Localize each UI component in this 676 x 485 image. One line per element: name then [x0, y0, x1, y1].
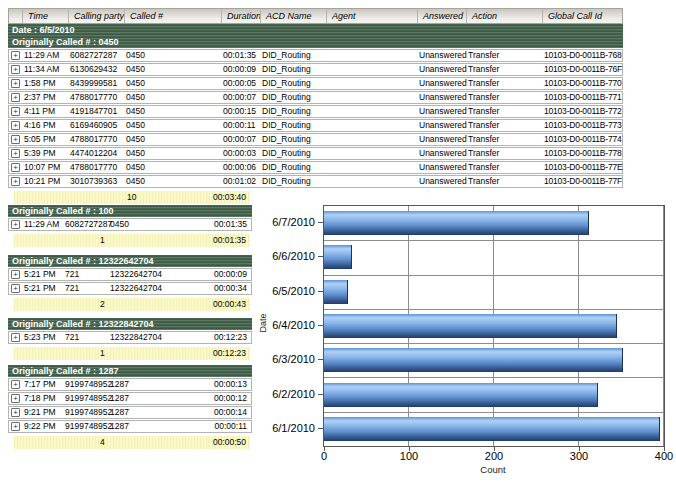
expand-icon[interactable]: +	[11, 333, 20, 342]
cell-answered: Unanswered	[417, 176, 466, 187]
bar	[324, 245, 352, 269]
expand-icon[interactable]: +	[11, 93, 20, 102]
expand-icon[interactable]: +	[11, 65, 20, 74]
bar	[324, 280, 348, 304]
y-axis-tick-label: 6/1/2010	[255, 422, 315, 434]
cell-duration: 00:00:12	[178, 393, 251, 404]
y-axis-tick-label: 6/5/2010	[255, 285, 315, 297]
cell-agent	[326, 106, 417, 117]
cell-duration: 00:00:03	[221, 148, 260, 159]
expand-icon[interactable]: +	[11, 220, 20, 229]
expand-icon[interactable]: +	[11, 422, 20, 431]
cell-time: 5:05 PM	[22, 134, 68, 145]
expand-icon[interactable]: +	[11, 163, 20, 172]
expand-icon[interactable]: +	[11, 135, 20, 144]
x-axis-tick	[324, 447, 325, 451]
cell-action: Transfer	[466, 64, 542, 75]
col-header-agent[interactable]: Agent	[326, 9, 417, 23]
col-header-answered[interactable]: Answered	[417, 9, 466, 23]
expand-icon[interactable]: +	[11, 107, 20, 116]
grid-line-horizontal	[324, 377, 664, 378]
y-axis-tick	[318, 222, 323, 223]
expand-icon[interactable]: +	[11, 149, 20, 158]
cell-agent	[326, 92, 417, 103]
called-group-header: Originally Called # : 12322842704	[8, 318, 252, 330]
table-row: + 5:21 PM 721 12322642704 00:00:34	[8, 282, 252, 295]
summary-duration: 00:03:40	[213, 191, 246, 204]
cell-time: 7:18 PM	[22, 393, 63, 404]
col-header-acd-name[interactable]: ACD Name	[260, 9, 326, 23]
cell-called: 12322642704	[108, 283, 178, 294]
cell-called: 0450	[124, 50, 221, 61]
expand-icon[interactable]: +	[11, 51, 20, 60]
summary-count: 10	[127, 191, 136, 204]
table-row: + 11:34 AM 6130629432 0450 00:00:09 DID_…	[8, 63, 623, 76]
bar	[324, 348, 623, 372]
bar	[324, 314, 617, 338]
col-header-global-call-id[interactable]: Global Call Id	[542, 9, 622, 23]
cell-global-call-id: 10103-D0-0011B-77E	[542, 162, 628, 173]
cell-answered: Unanswered	[417, 92, 466, 103]
cell-duration: 00:00:14	[178, 407, 251, 418]
expand-icon[interactable]: +	[11, 394, 20, 403]
col-header-time[interactable]: Time	[22, 9, 68, 23]
group-summary-row: 2 00:00:43	[14, 298, 250, 311]
cell-action: Transfer	[466, 134, 542, 145]
y-axis-tick	[318, 291, 323, 292]
grid-line-vertical	[663, 206, 664, 446]
expand-icon[interactable]: +	[11, 79, 20, 88]
cell-global-call-id: 10103-D0-0011B-768	[542, 50, 628, 61]
cell-time: 9:21 PM	[22, 407, 63, 418]
cell-calling-party: 4191847701	[68, 106, 124, 117]
cell-agent	[326, 78, 417, 89]
called-group-section: Originally Called # : 100 + 11:29 AM 608…	[8, 205, 252, 247]
col-header-action[interactable]: Action	[466, 9, 542, 23]
col-header-called[interactable]: Called #	[124, 9, 221, 23]
cell-time: 5:23 PM	[22, 332, 63, 343]
col-header-duration[interactable]: Duration	[221, 9, 260, 23]
expand-icon[interactable]: +	[11, 380, 20, 389]
cell-global-call-id: 10103-D0-0011B-76F	[542, 64, 628, 75]
cell-answered: Unanswered	[417, 78, 466, 89]
cell-global-call-id: 10103-D0-0011B-771	[542, 92, 628, 103]
grid-line-horizontal	[324, 343, 664, 344]
expand-icon[interactable]: +	[11, 408, 20, 417]
cell-duration: 00:00:09	[221, 64, 260, 75]
cell-calling-party: 721	[63, 269, 108, 280]
cell-time: 1:58 PM	[22, 78, 68, 89]
cell-called: 0450	[124, 78, 221, 89]
cell-answered: Unanswered	[417, 50, 466, 61]
called-group-section: Originally Called # : 12322642704 + 5:21…	[8, 255, 252, 311]
cell-called: 0450	[124, 106, 221, 117]
cell-duration: 00:00:13	[178, 379, 251, 390]
expand-icon[interactable]: +	[11, 177, 20, 186]
cell-time: 5:39 PM	[22, 148, 68, 159]
cell-acd-name: DID_Routing	[260, 176, 326, 187]
x-axis-tick	[664, 447, 665, 451]
cell-called: 12322842704	[108, 332, 178, 343]
cell-acd-name: DID_Routing	[260, 162, 326, 173]
cell-global-call-id: 10103-D0-0011B-774	[542, 134, 628, 145]
cell-global-call-id: 10103-D0-0011B-772	[542, 106, 628, 117]
x-axis-title: Count	[323, 464, 663, 475]
group-summary-row: 1 00:12:23	[14, 347, 250, 360]
expand-icon[interactable]: +	[11, 270, 20, 279]
cell-called: 0450	[124, 162, 221, 173]
cell-calling-party: 9199748952	[63, 407, 108, 418]
summary-count: 2	[100, 298, 105, 311]
cell-answered: Unanswered	[417, 134, 466, 145]
cell-agent	[326, 50, 417, 61]
grid-line-horizontal	[324, 412, 664, 413]
x-axis-tick	[579, 447, 580, 451]
expand-icon[interactable]: +	[11, 121, 20, 130]
col-header-calling-party[interactable]: Calling party #	[68, 9, 124, 23]
y-axis-tick-label: 6/7/2010	[255, 216, 315, 228]
cell-calling-party: 9199748952	[63, 421, 108, 432]
group-summary-row: 10 00:03:40	[14, 191, 250, 204]
cell-agent	[326, 64, 417, 75]
expand-icon[interactable]: +	[11, 284, 20, 293]
cell-acd-name: DID_Routing	[260, 120, 326, 131]
table-row: + 5:05 PM 4788017770 0450 00:00:07 DID_R…	[8, 133, 623, 146]
called-group-header: Originally Called # : 100	[8, 205, 252, 217]
cell-called: 1287	[108, 379, 178, 390]
